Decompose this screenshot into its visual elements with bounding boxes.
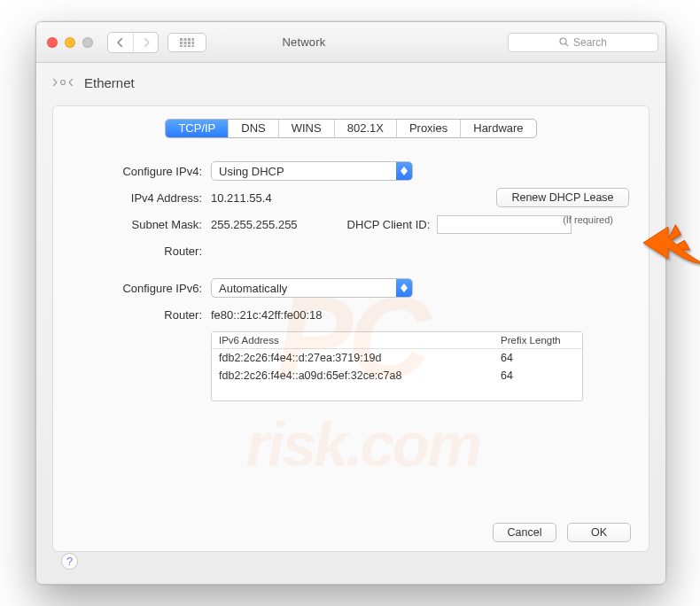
interface-name: Ethernet	[84, 75, 135, 90]
minimize-window-button[interactable]	[65, 37, 75, 48]
ipv6-address-table: IPv6 Address Prefix Length fdb2:2c26:f4e…	[211, 331, 583, 401]
ipv6-address-cell: fdb2:2c26:f4e4::a09d:65ef:32ce:c7a8	[212, 367, 494, 385]
prefix-length-cell: 64	[494, 349, 582, 367]
ipv6-address-cell: fdb2:2c26:f4e4::d:27ea:3719:19d	[212, 349, 494, 367]
dhcp-if-required-hint: (If required)	[563, 214, 613, 225]
search-field[interactable]: Search	[508, 33, 658, 52]
tab-hardware[interactable]: Hardware	[460, 120, 535, 137]
tab-wins[interactable]: WINS	[278, 120, 334, 137]
window-title: Network	[109, 35, 499, 49]
configure-ipv4-label: Configure IPv4:	[69, 165, 202, 178]
chevron-updown-icon	[396, 279, 412, 297]
dhcp-client-id-input[interactable]	[437, 215, 572, 234]
configure-ipv6-label: Configure IPv6:	[69, 282, 202, 295]
table-header: IPv6 Address Prefix Length	[212, 332, 582, 349]
subnet-mask-value: 255.255.255.255	[211, 218, 298, 231]
tab-8021x[interactable]: 802.1X	[334, 120, 396, 137]
ipv4-address-label: IPv4 Address:	[69, 191, 202, 205]
zoom-window-button[interactable]	[82, 37, 93, 48]
window-controls	[47, 37, 93, 48]
tcpip-form: Configure IPv4: Using DHCP IPv4 Address:…	[69, 158, 633, 401]
ethernet-icon	[52, 72, 74, 93]
configure-ipv6-select[interactable]: Automatically	[211, 278, 413, 298]
configure-ipv4-select[interactable]: Using DHCP	[211, 161, 413, 181]
ipv4-address-value: 10.211.55.4	[211, 191, 272, 205]
sub-header: Ethernet	[36, 63, 665, 102]
router-ipv4-label: Router:	[69, 245, 202, 258]
tab-dns[interactable]: DNS	[228, 120, 277, 137]
svg-point-14	[61, 81, 66, 85]
network-preferences-window: Network Search Ethernet PC risk.com TCP/…	[35, 21, 666, 585]
configure-ipv4-value: Using DHCP	[219, 165, 284, 178]
tab-bar: TCP/IP DNS WINS 802.1X Proxies Hardware	[165, 119, 536, 138]
router-ipv6-label: Router:	[69, 308, 202, 322]
help-button[interactable]: ?	[61, 553, 78, 570]
router-ipv6-value: fe80::21c:42ff:fe00:18	[211, 308, 323, 322]
subnet-mask-label: Subnet Mask:	[69, 218, 202, 231]
svg-line-13	[565, 43, 568, 46]
col-ipv6-address: IPv6 Address	[212, 332, 494, 348]
cancel-button[interactable]: Cancel	[493, 523, 556, 542]
ok-button[interactable]: OK	[567, 523, 631, 542]
settings-panel: PC risk.com TCP/IP DNS WINS 802.1X Proxi…	[52, 105, 649, 552]
search-placeholder: Search	[573, 36, 607, 49]
search-icon	[559, 37, 569, 47]
col-prefix-length: Prefix Length	[494, 332, 582, 348]
table-row[interactable]: fdb2:2c26:f4e4::d:27ea:3719:19d 64	[212, 349, 582, 367]
svg-point-12	[560, 38, 566, 44]
dialog-buttons: Cancel OK	[493, 523, 631, 542]
watermark: risk.com	[245, 409, 479, 480]
prefix-length-cell: 64	[494, 367, 582, 385]
titlebar: Network Search	[36, 22, 665, 63]
table-row[interactable]: fdb2:2c26:f4e4::a09d:65ef:32ce:c7a8 64	[212, 367, 582, 385]
dhcp-client-id-label: DHCP Client ID:	[347, 218, 431, 231]
tab-tcpip[interactable]: TCP/IP	[166, 120, 228, 137]
renew-dhcp-lease-button[interactable]: Renew DHCP Lease	[496, 188, 629, 207]
configure-ipv6-value: Automatically	[219, 282, 287, 295]
close-window-button[interactable]	[47, 37, 58, 48]
chevron-updown-icon	[396, 162, 412, 180]
tab-proxies[interactable]: Proxies	[396, 120, 460, 137]
